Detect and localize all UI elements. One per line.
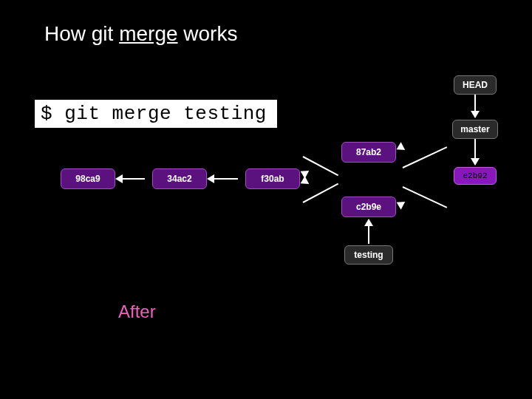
- arrow-testing-c5-line: [368, 226, 369, 244]
- title-prefix: How git: [44, 22, 119, 45]
- arrow-merge-c4-line: [403, 146, 448, 168]
- arrow-testing-c5-head: [364, 219, 373, 226]
- arrow-c5-c3-head: [299, 176, 309, 187]
- node-c1: 98ca9: [61, 168, 115, 189]
- node-head: HEAD: [454, 75, 497, 95]
- page-title: How git merge works: [44, 22, 237, 46]
- arrow-c4-c3-line: [303, 156, 339, 176]
- node-merge-commit: e2b92: [454, 167, 497, 185]
- node-c3: f30ab: [245, 168, 300, 189]
- arrow-master-merge-head: [471, 158, 480, 166]
- arrow-c2-c1-head: [115, 174, 123, 183]
- arrow-c3-c2-line: [214, 178, 238, 180]
- command-line: $ git merge testing: [35, 100, 277, 128]
- title-emph: merge: [119, 22, 177, 45]
- title-suffix: works: [178, 22, 238, 45]
- arrow-merge-c5-line: [403, 186, 448, 208]
- arrow-c5-c3-line: [303, 183, 339, 203]
- after-label: After: [118, 301, 156, 322]
- arrow-c3-c2-head: [207, 174, 214, 183]
- node-master: master: [452, 120, 498, 139]
- arrow-head-master-line: [474, 95, 476, 112]
- node-c5: c2b9e: [341, 197, 396, 217]
- arrow-c2-c1-line: [123, 178, 145, 180]
- diagram-stage: How git merge works $ git merge testing …: [0, 0, 532, 399]
- arrow-head-master-head: [471, 111, 480, 118]
- node-testing: testing: [344, 245, 393, 265]
- arrow-master-merge-line: [474, 139, 476, 160]
- node-c4: 87ab2: [341, 142, 396, 163]
- node-c2: 34ac2: [152, 168, 207, 189]
